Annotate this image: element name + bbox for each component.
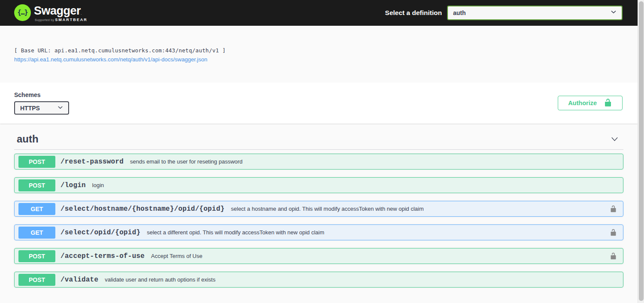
method-badge: GET bbox=[18, 227, 55, 239]
unlocked-padlock-icon bbox=[604, 98, 612, 108]
tag-title: auth bbox=[17, 133, 39, 145]
base-url: [ Base URL: api.ea1.netq.cumulusnetworks… bbox=[14, 47, 623, 54]
authorize-label: Authorize bbox=[568, 100, 597, 106]
operation-row-select-opid[interactable]: GET /select/opid/{opid} select a differe… bbox=[14, 224, 623, 240]
schemes-select[interactable]: HTTPS bbox=[14, 101, 69, 115]
chevron-down-icon bbox=[611, 9, 617, 17]
swagger-logo-icon: {…} bbox=[14, 4, 31, 21]
schemes-select-value: HTTPS bbox=[20, 105, 40, 112]
logo-trademark: . bbox=[81, 11, 82, 15]
operation-path: /login bbox=[60, 182, 86, 189]
method-badge: GET bbox=[18, 203, 55, 215]
tag-section-header[interactable]: auth bbox=[14, 124, 623, 150]
operation-path: /select/hostname/{hostname}/opid/{opid} bbox=[60, 205, 224, 213]
scrollbar-thumb[interactable] bbox=[639, 1, 644, 301]
smartbear-brand: SMARTBEAR bbox=[55, 18, 88, 22]
auth-lock-icon[interactable] bbox=[610, 205, 617, 212]
authorize-button[interactable]: Authorize bbox=[558, 96, 623, 110]
logo-title: Swagger bbox=[34, 4, 81, 17]
operation-row-reset-password[interactable]: POST /reset-password sends email to the … bbox=[14, 154, 623, 170]
operation-path: /reset-password bbox=[60, 158, 124, 166]
operation-summary: sends email to the user for reseting pas… bbox=[130, 158, 242, 165]
vertical-scrollbar[interactable] bbox=[638, 0, 644, 303]
schemes-label: Schemes bbox=[14, 91, 69, 98]
api-info-section: [ Base URL: api.ea1.netq.cumulusnetworks… bbox=[0, 26, 638, 82]
operation-path: /accept-terms-of-use bbox=[60, 252, 145, 260]
operation-path: /select/opid/{opid} bbox=[60, 229, 140, 236]
definition-select-value: auth bbox=[453, 9, 466, 16]
operation-row-validate[interactable]: POST /validate validate user and return … bbox=[14, 272, 623, 288]
auth-lock-icon[interactable] bbox=[610, 229, 617, 236]
select-definition-label: Select a definition bbox=[385, 9, 442, 17]
operation-summary: select a hostname and opid. This will mo… bbox=[231, 206, 423, 212]
operation-row-select-hostname-opid[interactable]: GET /select/hostname/{hostname}/opid/{op… bbox=[14, 201, 623, 217]
operations-list: POST /reset-password sends email to the … bbox=[14, 154, 623, 288]
scheme-container: Schemes HTTPS Authorize bbox=[0, 82, 638, 124]
method-badge: POST bbox=[18, 179, 55, 191]
logo-subtitle: Supported bySMARTBEAR bbox=[35, 18, 88, 22]
topbar: {…} Swagger. Supported bySMARTBEAR Selec… bbox=[0, 0, 638, 26]
operation-path: /validate bbox=[60, 276, 98, 284]
auth-lock-icon[interactable] bbox=[610, 252, 617, 260]
method-badge: POST bbox=[18, 156, 55, 168]
section-collapse-chevron-icon[interactable] bbox=[610, 135, 623, 144]
operation-summary: login bbox=[92, 182, 104, 188]
swagger-json-link[interactable]: https://api.ea1.netq.cumulusnetworks.com… bbox=[14, 56, 207, 63]
swagger-logo: {…} Swagger. Supported bySMARTBEAR bbox=[14, 4, 88, 22]
operation-row-accept-terms[interactable]: POST /accept-terms-of-use Accept Terms o… bbox=[14, 248, 623, 264]
operation-summary: validate user and return auth options if… bbox=[105, 276, 215, 283]
operation-summary: Accept Terms of Use bbox=[151, 253, 203, 259]
method-badge: POST bbox=[18, 274, 55, 286]
operation-row-login[interactable]: POST /login login bbox=[14, 177, 623, 193]
chevron-down-icon bbox=[57, 105, 63, 112]
operations-wrapper: auth POST /reset-password sends email to… bbox=[0, 124, 638, 288]
definition-select[interactable]: auth bbox=[447, 6, 623, 20]
swagger-ui-page: {…} Swagger. Supported bySMARTBEAR Selec… bbox=[0, 0, 638, 303]
method-badge: POST bbox=[18, 250, 55, 262]
operation-summary: select a different opid. This will modif… bbox=[147, 229, 324, 236]
